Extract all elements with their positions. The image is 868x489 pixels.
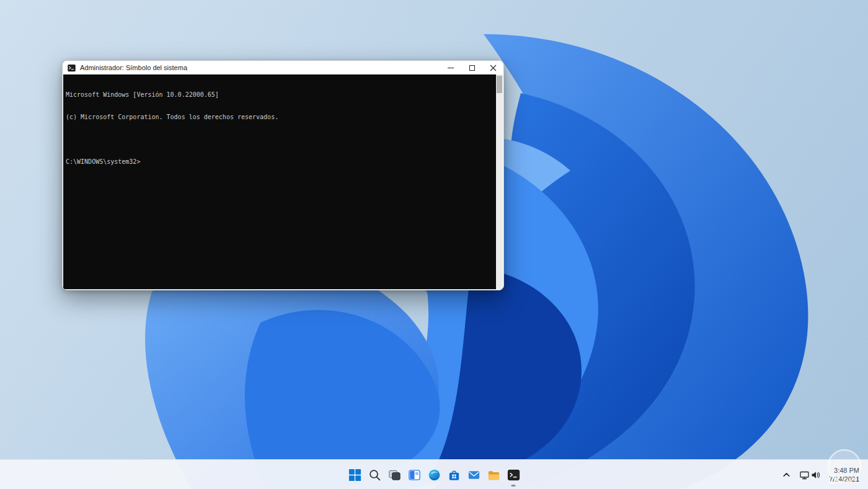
chevron-up-icon — [781, 470, 792, 480]
terminal-scrollbar-thumb[interactable] — [497, 76, 502, 93]
widgets-button[interactable] — [404, 462, 424, 487]
taskbar: 3:48 PM 7/14/2021 — [0, 459, 868, 489]
terminal-prompt-line: C:\WINDOWS\system32> — [66, 158, 494, 166]
network-icon — [799, 470, 810, 480]
system-tray: 3:48 PM 7/14/2021 — [778, 460, 864, 489]
edge-button[interactable] — [424, 462, 444, 487]
microsoft-store-icon — [447, 468, 461, 482]
windows-start-icon — [348, 468, 362, 482]
terminal-line: (c) Microsoft Corporation. Todos los der… — [66, 114, 494, 121]
clock-date: 7/14/2021 — [829, 475, 859, 483]
mail-button[interactable] — [464, 462, 484, 487]
close-icon — [490, 65, 497, 71]
file-explorer-button[interactable] — [484, 462, 503, 487]
terminal-area[interactable]: Microsoft Windows [Versión 10.0.22000.65… — [63, 74, 503, 289]
minimize-button[interactable] — [440, 61, 461, 74]
clock-time: 3:48 PM — [834, 466, 859, 475]
file-explorer-icon — [487, 468, 501, 482]
terminal-line — [66, 136, 494, 143]
maximize-button[interactable] — [461, 61, 482, 74]
microsoft-store-button[interactable] — [444, 462, 464, 487]
edge-icon — [427, 468, 441, 482]
desktop: Administrador: Símbolo del sistema Micro… — [0, 0, 868, 489]
search-button[interactable] — [365, 462, 384, 487]
close-button[interactable] — [482, 61, 503, 74]
taskbar-center-icons — [345, 460, 523, 489]
terminal-output: Microsoft Windows [Versión 10.0.22000.65… — [66, 76, 494, 181]
task-view-button[interactable] — [384, 462, 404, 487]
command-prompt-taskbar-button[interactable] — [503, 462, 523, 487]
task-view-icon — [388, 468, 402, 482]
cmd-titlebar[interactable]: Administrador: Símbolo del sistema — [63, 61, 503, 74]
volume-icon — [810, 470, 821, 480]
active-app-indicator — [512, 485, 516, 487]
hidden-icons-button[interactable] — [778, 464, 795, 486]
minimize-icon — [448, 68, 454, 68]
clock[interactable]: 3:48 PM 7/14/2021 — [825, 462, 864, 487]
terminal-scrollbar[interactable] — [496, 74, 503, 289]
mail-icon — [467, 468, 481, 482]
network-volume-button[interactable] — [796, 464, 824, 486]
cmd-window: Administrador: Símbolo del sistema Micro… — [62, 60, 504, 290]
cmd-app-icon — [67, 63, 76, 73]
maximize-icon — [469, 65, 475, 71]
widgets-icon — [407, 468, 422, 482]
terminal-line: Microsoft Windows [Versión 10.0.22000.65… — [66, 91, 494, 99]
start-button[interactable] — [345, 462, 365, 487]
cmd-window-title: Administrador: Símbolo del sistema — [80, 64, 187, 71]
search-icon — [368, 468, 382, 482]
command-prompt-icon — [507, 468, 521, 482]
cmd-window-controls — [440, 61, 503, 74]
